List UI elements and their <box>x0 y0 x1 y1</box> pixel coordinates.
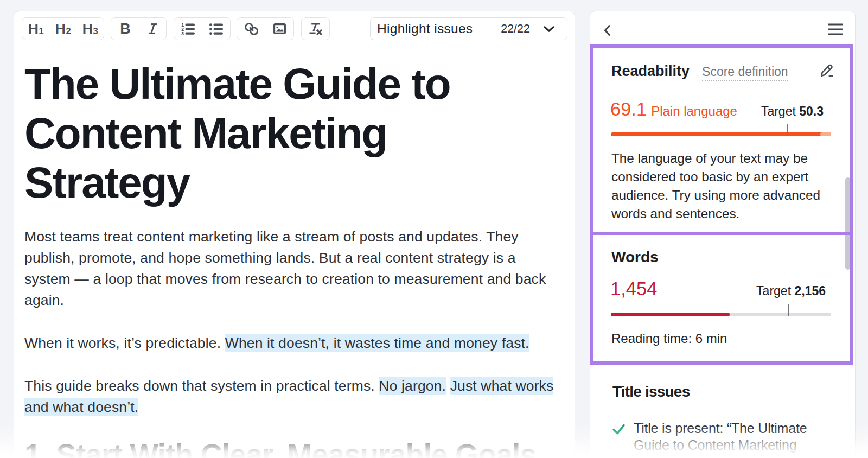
svg-text:3: 3 <box>181 31 184 35</box>
